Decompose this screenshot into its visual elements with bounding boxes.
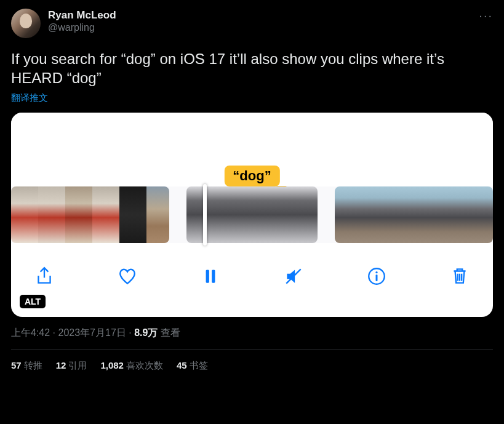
likes-stat[interactable]: 1,082喜欢次数 [100, 360, 163, 372]
thumbnail [389, 186, 416, 243]
tweet-time: 上午4:42 [11, 327, 50, 338]
alt-badge[interactable]: ALT [20, 295, 46, 308]
svg-point-4 [375, 271, 377, 273]
user-handle: @warpling [48, 22, 116, 34]
media-header-area: “dog” [11, 113, 493, 186]
tweet-container: Ryan McLeod @warpling ··· If you search … [0, 0, 504, 372]
thumbnail [362, 186, 389, 243]
user-block[interactable]: Ryan McLeod @warpling [48, 9, 116, 34]
thumbnail [214, 186, 241, 243]
thumbnail [443, 186, 470, 243]
thumbnail [335, 186, 362, 243]
more-icon[interactable]: ··· [479, 9, 493, 23]
clip-gap [318, 186, 335, 243]
quotes-stat[interactable]: 12引用 [56, 360, 87, 372]
translate-link[interactable]: 翻译推文 [11, 92, 493, 104]
thumbnail [65, 186, 92, 243]
trash-icon[interactable] [447, 264, 472, 289]
avatar[interactable] [11, 9, 41, 38]
media-toolbar [11, 243, 493, 297]
tweet-date: 2023年7月17日 [58, 327, 126, 338]
tweet-stats: 57转推 12引用 1,082喜欢次数 45书签 [11, 350, 493, 372]
clip-gap [169, 186, 186, 243]
thumbnail [146, 186, 169, 243]
thumbnail [11, 186, 38, 243]
views-count: 8.9万 [134, 327, 158, 338]
pause-icon[interactable] [198, 264, 223, 289]
mute-icon[interactable] [281, 264, 306, 289]
thumbnail [268, 186, 295, 243]
tweet-text: If you search for “dog” on iOS 17 it’ll … [11, 49, 493, 87]
thumbnail [92, 186, 119, 243]
thumbnail [416, 186, 443, 243]
retweets-stat[interactable]: 57转推 [11, 360, 42, 372]
video-timeline[interactable] [11, 186, 493, 243]
thumbnail [38, 186, 65, 243]
playhead[interactable] [203, 184, 207, 246]
thumbnail [470, 186, 493, 243]
media-card[interactable]: “dog” [11, 113, 493, 317]
share-icon[interactable] [32, 264, 57, 289]
search-term-badge: “dog” [224, 166, 279, 186]
views-label: 查看 [158, 327, 180, 338]
clip-group-1[interactable] [11, 186, 169, 243]
thumbnail [295, 186, 318, 243]
display-name: Ryan McLeod [48, 9, 116, 22]
svg-rect-5 [376, 275, 378, 282]
tweet-header: Ryan McLeod @warpling ··· [11, 9, 493, 38]
clip-group-3[interactable] [335, 186, 493, 243]
thumbnail [186, 186, 214, 243]
thumbnail [241, 186, 268, 243]
heart-icon[interactable] [115, 264, 140, 289]
bookmarks-stat[interactable]: 45书签 [177, 360, 208, 372]
info-icon[interactable] [364, 264, 389, 289]
svg-rect-0 [206, 270, 209, 283]
svg-rect-1 [212, 270, 215, 283]
tweet-metadata[interactable]: 上午4:42 · 2023年7月17日 · 8.9万 查看 [11, 327, 493, 340]
thumbnail [119, 186, 146, 243]
